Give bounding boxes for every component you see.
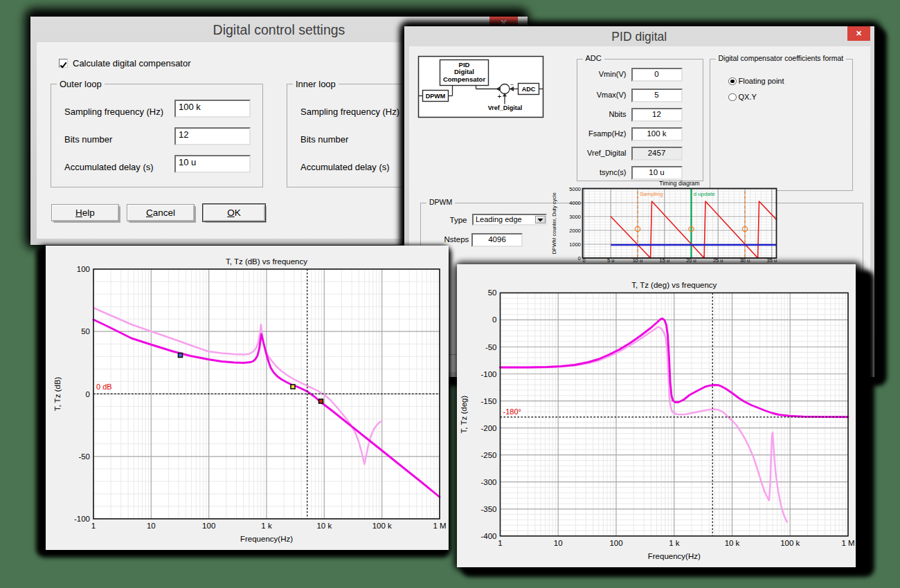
svg-text:3000: 3000	[569, 213, 581, 219]
svg-text:1: 1	[498, 539, 502, 547]
svg-text:100: 100	[609, 539, 622, 547]
svg-text:-250: -250	[480, 451, 496, 459]
svg-text:0: 0	[492, 315, 496, 324]
svg-text:50: 50	[488, 288, 497, 297]
svg-text:-200: -200	[480, 424, 496, 432]
svg-text:10: 10	[147, 522, 156, 530]
svg-text:−: −	[510, 81, 513, 88]
svg-text:-100: -100	[74, 515, 90, 523]
svg-text:100: 100	[202, 522, 215, 530]
svg-text:-150: -150	[480, 397, 496, 405]
svg-text:T, Tz (dB) vs frequency: T, Tz (dB) vs frequency	[226, 257, 307, 266]
svg-text:1 k: 1 k	[669, 539, 680, 547]
svg-text:DPWM: DPWM	[425, 93, 445, 100]
svg-text:Digital: Digital	[453, 68, 474, 75]
svg-text:100 k: 100 k	[372, 522, 392, 530]
svg-text:d update: d update	[693, 190, 715, 196]
svg-text:0: 0	[86, 390, 90, 398]
svg-text:+: +	[497, 93, 501, 100]
svg-text:T, Tz (deg): T, Tz (deg)	[460, 396, 469, 434]
svg-text:2000: 2000	[569, 227, 581, 233]
svg-text:1 M: 1 M	[433, 522, 446, 530]
svg-text:Timing diagram: Timing diagram	[659, 180, 699, 187]
svg-text:100 k: 100 k	[780, 539, 800, 547]
svg-text:Vref_Digital: Vref_Digital	[487, 104, 522, 111]
svg-text:10 k: 10 k	[725, 539, 740, 547]
svg-text:4000: 4000	[569, 199, 581, 205]
svg-text:T, Tz (deg) vs frequency: T, Tz (deg) vs frequency	[631, 281, 717, 289]
svg-text:Compensator: Compensator	[442, 75, 485, 82]
svg-text:-50: -50	[78, 452, 90, 461]
svg-text:Frequency(Hz): Frequency(Hz)	[240, 535, 293, 543]
svg-text:Sampling: Sampling	[640, 190, 663, 196]
svg-text:PID: PID	[458, 60, 469, 68]
svg-text:-180°: -180°	[503, 407, 521, 416]
svg-text:100: 100	[77, 265, 90, 273]
svg-text:ADC: ADC	[521, 86, 535, 93]
svg-text:0: 0	[577, 255, 580, 261]
svg-text:10: 10	[554, 539, 563, 547]
svg-text:50: 50	[81, 327, 90, 336]
svg-text:0 dB: 0 dB	[96, 383, 112, 391]
svg-text:DPWM counter, Duty cycle: DPWM counter, Duty cycle	[551, 192, 557, 254]
svg-text:-50: -50	[485, 343, 497, 351]
svg-text:5000: 5000	[569, 185, 581, 192]
svg-text:-300: -300	[480, 478, 496, 486]
svg-text:1 k: 1 k	[261, 522, 272, 530]
svg-text:1 M: 1 M	[841, 539, 854, 547]
svg-text:-350: -350	[480, 505, 496, 513]
svg-text:10 k: 10 k	[316, 522, 332, 530]
svg-text:1000: 1000	[569, 241, 581, 247]
svg-text:-100: -100	[480, 370, 496, 378]
svg-text:T, Tz (dB): T, Tz (dB)	[53, 377, 62, 412]
svg-text:Frequency(Hz): Frequency(Hz)	[648, 552, 701, 560]
svg-text:-400: -400	[480, 532, 496, 540]
svg-text:1: 1	[91, 522, 96, 530]
